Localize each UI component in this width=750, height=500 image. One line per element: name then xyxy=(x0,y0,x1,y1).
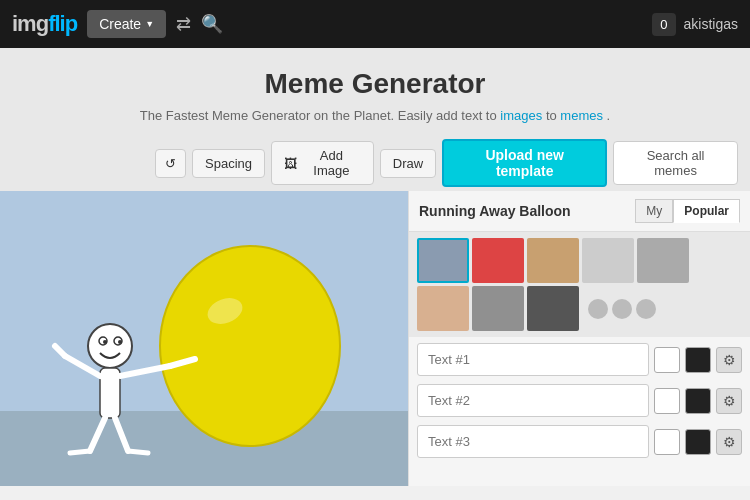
images-link[interactable]: images xyxy=(500,108,542,123)
text-field-row-1: ⚙ xyxy=(417,343,742,376)
color-swatch-black-1[interactable] xyxy=(685,347,711,373)
spacing-button[interactable]: Spacing xyxy=(192,149,265,178)
notifications-badge[interactable]: 0 xyxy=(652,13,675,36)
text-input-1[interactable] xyxy=(417,343,649,376)
thumbnail-item[interactable] xyxy=(582,238,634,283)
meme-image xyxy=(0,191,408,486)
upload-template-button[interactable]: Upload new template xyxy=(442,139,607,187)
gear-button-1[interactable]: ⚙ xyxy=(716,347,742,373)
svg-line-16 xyxy=(70,451,90,453)
thumbnail-item[interactable] xyxy=(417,286,469,331)
subtitle: The Fastest Meme Generator on the Planet… xyxy=(0,108,750,123)
content-area: Running Away Balloon My Popular xyxy=(0,191,750,486)
svg-point-7 xyxy=(103,340,107,344)
search-icon[interactable]: 🔍 xyxy=(201,13,223,35)
header-right: 0 akistigas xyxy=(652,13,738,36)
thumbnail-item[interactable] xyxy=(472,238,524,283)
color-swatch-black-2[interactable] xyxy=(685,388,711,414)
color-swatch-white-3[interactable] xyxy=(654,429,680,455)
gear-button-3[interactable]: ⚙ xyxy=(716,429,742,455)
create-button[interactable]: Create xyxy=(87,10,166,38)
tab-my[interactable]: My xyxy=(635,199,673,223)
thumbnail-item[interactable] xyxy=(527,286,579,331)
template-header: Running Away Balloon My Popular xyxy=(409,191,750,232)
thumbnail-item[interactable] xyxy=(472,286,524,331)
right-panel: Running Away Balloon My Popular xyxy=(408,191,750,486)
meme-canvas xyxy=(0,191,408,486)
logo: imgflip xyxy=(12,11,77,37)
svg-point-2 xyxy=(160,246,340,446)
header: imgflip Create ⇄ 🔍 0 akistigas xyxy=(0,0,750,48)
more-thumbnails xyxy=(582,286,662,331)
shuffle-icon[interactable]: ⇄ xyxy=(176,13,191,35)
text-fields: ⚙ ⚙ ⚙ xyxy=(409,337,750,472)
more-dot xyxy=(636,299,656,319)
toolbar: ↺ Spacing 🖼 Add Image Draw Upload new te… xyxy=(0,139,750,187)
thumbnail-item[interactable] xyxy=(637,238,689,283)
logo-text: imgflip xyxy=(12,11,77,37)
more-dot xyxy=(612,299,632,319)
thumbnail-item[interactable] xyxy=(417,238,469,283)
refresh-button[interactable]: ↺ xyxy=(155,149,186,178)
draw-button[interactable]: Draw xyxy=(380,149,436,178)
gear-button-2[interactable]: ⚙ xyxy=(716,388,742,414)
memes-link[interactable]: memes xyxy=(560,108,603,123)
text-input-3[interactable] xyxy=(417,425,649,458)
search-all-button[interactable]: Search all memes xyxy=(613,141,738,185)
add-image-icon: 🖼 xyxy=(284,156,297,171)
svg-line-17 xyxy=(128,451,148,453)
main-content: Meme Generator The Fastest Meme Generato… xyxy=(0,48,750,486)
svg-rect-9 xyxy=(100,368,120,418)
color-swatch-white-1[interactable] xyxy=(654,347,680,373)
color-swatch-black-3[interactable] xyxy=(685,429,711,455)
text-field-row-2: ⚙ xyxy=(417,384,742,417)
page-title: Meme Generator xyxy=(0,68,750,100)
text-input-2[interactable] xyxy=(417,384,649,417)
username-label[interactable]: akistigas xyxy=(684,16,738,32)
tab-popular[interactable]: Popular xyxy=(673,199,740,223)
tab-buttons: My Popular xyxy=(635,199,740,223)
svg-point-4 xyxy=(88,324,132,368)
color-swatch-white-2[interactable] xyxy=(654,388,680,414)
add-image-button[interactable]: 🖼 Add Image xyxy=(271,141,374,185)
text-field-row-3: ⚙ xyxy=(417,425,742,458)
template-title: Running Away Balloon xyxy=(419,203,571,219)
more-dot xyxy=(588,299,608,319)
thumbnail-item[interactable] xyxy=(527,238,579,283)
thumbnail-grid xyxy=(409,232,750,337)
svg-point-8 xyxy=(118,340,122,344)
